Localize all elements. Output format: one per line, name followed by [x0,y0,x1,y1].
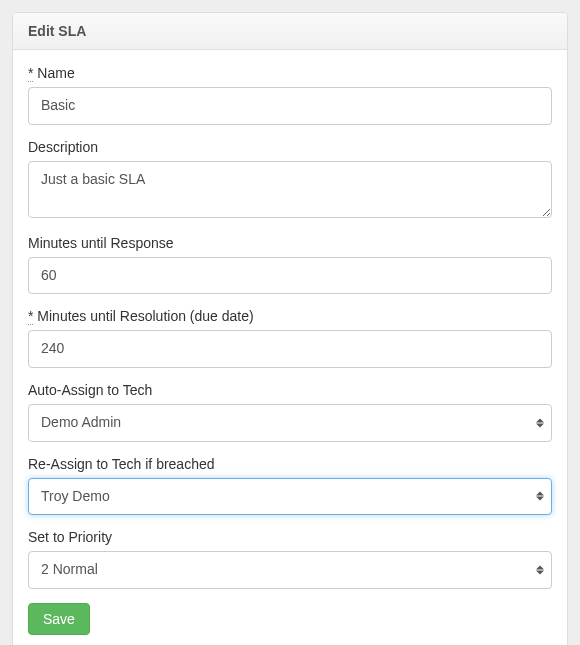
field-minutes-resolution: * Minutes until Resolution (due date) [28,308,552,368]
field-auto-assign: Auto-Assign to Tech Demo Admin [28,382,552,442]
priority-select[interactable]: 2 Normal [28,551,552,589]
save-button[interactable]: Save [28,603,90,635]
auto-assign-label: Auto-Assign to Tech [28,382,552,398]
minutes-resolution-label: * Minutes until Resolution (due date) [28,308,552,324]
field-reassign: Re-Assign to Tech if breached Troy Demo [28,456,552,516]
panel-body: * Name Description Just a basic SLA Minu… [13,50,567,645]
name-label-text: Name [37,65,74,81]
description-label: Description [28,139,552,155]
reassign-label: Re-Assign to Tech if breached [28,456,552,472]
panel-title: Edit SLA [13,13,567,50]
field-description: Description Just a basic SLA [28,139,552,221]
required-indicator: * [28,65,33,82]
minutes-response-input[interactable] [28,257,552,295]
auto-assign-select[interactable]: Demo Admin [28,404,552,442]
minutes-resolution-input[interactable] [28,330,552,368]
required-indicator: * [28,308,33,325]
priority-label: Set to Priority [28,529,552,545]
name-label: * Name [28,65,552,81]
minutes-resolution-label-text: Minutes until Resolution (due date) [37,308,253,324]
reassign-select[interactable]: Troy Demo [28,478,552,516]
minutes-response-label: Minutes until Response [28,235,552,251]
field-name: * Name [28,65,552,125]
field-minutes-response: Minutes until Response [28,235,552,295]
edit-sla-panel: Edit SLA * Name Description Just a basic… [12,12,568,645]
name-input[interactable] [28,87,552,125]
description-textarea[interactable]: Just a basic SLA [28,161,552,218]
field-priority: Set to Priority 2 Normal [28,529,552,589]
